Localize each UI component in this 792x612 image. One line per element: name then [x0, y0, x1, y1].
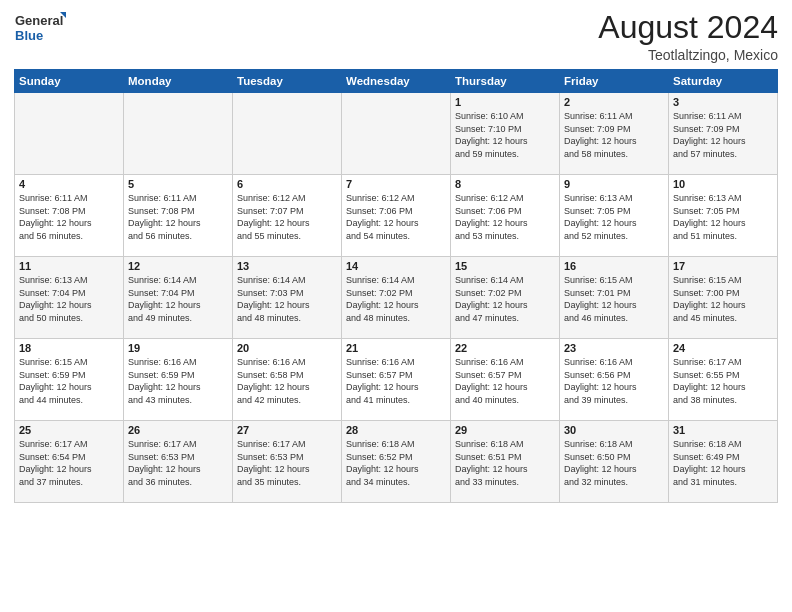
day-number: 17	[673, 260, 773, 272]
day-number: 20	[237, 342, 337, 354]
day-number: 27	[237, 424, 337, 436]
day-cell: 2Sunrise: 6:11 AMSunset: 7:09 PMDaylight…	[560, 93, 669, 175]
day-number: 12	[128, 260, 228, 272]
day-number: 28	[346, 424, 446, 436]
day-cell: 12Sunrise: 6:14 AMSunset: 7:04 PMDayligh…	[124, 257, 233, 339]
day-number: 26	[128, 424, 228, 436]
week-row-5: 25Sunrise: 6:17 AMSunset: 6:54 PMDayligh…	[15, 421, 778, 503]
day-cell: 5Sunrise: 6:11 AMSunset: 7:08 PMDaylight…	[124, 175, 233, 257]
day-cell: 9Sunrise: 6:13 AMSunset: 7:05 PMDaylight…	[560, 175, 669, 257]
day-cell: 27Sunrise: 6:17 AMSunset: 6:53 PMDayligh…	[233, 421, 342, 503]
day-cell: 18Sunrise: 6:15 AMSunset: 6:59 PMDayligh…	[15, 339, 124, 421]
day-cell: 30Sunrise: 6:18 AMSunset: 6:50 PMDayligh…	[560, 421, 669, 503]
page-header: General Blue August 2024 Teotlaltzingo, …	[14, 10, 778, 63]
day-number: 7	[346, 178, 446, 190]
day-cell: 10Sunrise: 6:13 AMSunset: 7:05 PMDayligh…	[669, 175, 778, 257]
day-cell: 29Sunrise: 6:18 AMSunset: 6:51 PMDayligh…	[451, 421, 560, 503]
day-cell: 22Sunrise: 6:16 AMSunset: 6:57 PMDayligh…	[451, 339, 560, 421]
day-number: 18	[19, 342, 119, 354]
header-monday: Monday	[124, 70, 233, 93]
header-tuesday: Tuesday	[233, 70, 342, 93]
day-info: Sunrise: 6:11 AMSunset: 7:09 PMDaylight:…	[564, 110, 664, 160]
calendar-table: Sunday Monday Tuesday Wednesday Thursday…	[14, 69, 778, 503]
day-cell: 14Sunrise: 6:14 AMSunset: 7:02 PMDayligh…	[342, 257, 451, 339]
day-cell	[124, 93, 233, 175]
day-cell: 13Sunrise: 6:14 AMSunset: 7:03 PMDayligh…	[233, 257, 342, 339]
day-number: 2	[564, 96, 664, 108]
week-row-2: 4Sunrise: 6:11 AMSunset: 7:08 PMDaylight…	[15, 175, 778, 257]
day-number: 10	[673, 178, 773, 190]
day-info: Sunrise: 6:12 AMSunset: 7:07 PMDaylight:…	[237, 192, 337, 242]
day-number: 16	[564, 260, 664, 272]
month-year: August 2024	[598, 10, 778, 45]
day-cell: 31Sunrise: 6:18 AMSunset: 6:49 PMDayligh…	[669, 421, 778, 503]
day-cell: 23Sunrise: 6:16 AMSunset: 6:56 PMDayligh…	[560, 339, 669, 421]
day-info: Sunrise: 6:12 AMSunset: 7:06 PMDaylight:…	[346, 192, 446, 242]
day-info: Sunrise: 6:13 AMSunset: 7:05 PMDaylight:…	[564, 192, 664, 242]
day-cell: 20Sunrise: 6:16 AMSunset: 6:58 PMDayligh…	[233, 339, 342, 421]
day-number: 4	[19, 178, 119, 190]
calendar-header-row: Sunday Monday Tuesday Wednesday Thursday…	[15, 70, 778, 93]
day-cell: 11Sunrise: 6:13 AMSunset: 7:04 PMDayligh…	[15, 257, 124, 339]
week-row-1: 1Sunrise: 6:10 AMSunset: 7:10 PMDaylight…	[15, 93, 778, 175]
logo: General Blue	[14, 10, 66, 46]
day-number: 14	[346, 260, 446, 272]
day-info: Sunrise: 6:15 AMSunset: 7:00 PMDaylight:…	[673, 274, 773, 324]
day-info: Sunrise: 6:15 AMSunset: 7:01 PMDaylight:…	[564, 274, 664, 324]
svg-text:Blue: Blue	[15, 28, 43, 43]
day-cell: 17Sunrise: 6:15 AMSunset: 7:00 PMDayligh…	[669, 257, 778, 339]
day-info: Sunrise: 6:13 AMSunset: 7:05 PMDaylight:…	[673, 192, 773, 242]
day-number: 11	[19, 260, 119, 272]
location: Teotlaltzingo, Mexico	[598, 47, 778, 63]
day-cell: 19Sunrise: 6:16 AMSunset: 6:59 PMDayligh…	[124, 339, 233, 421]
day-info: Sunrise: 6:17 AMSunset: 6:53 PMDaylight:…	[237, 438, 337, 488]
svg-text:General: General	[15, 13, 63, 28]
day-info: Sunrise: 6:17 AMSunset: 6:53 PMDaylight:…	[128, 438, 228, 488]
day-info: Sunrise: 6:18 AMSunset: 6:52 PMDaylight:…	[346, 438, 446, 488]
week-row-3: 11Sunrise: 6:13 AMSunset: 7:04 PMDayligh…	[15, 257, 778, 339]
day-number: 8	[455, 178, 555, 190]
day-info: Sunrise: 6:16 AMSunset: 6:59 PMDaylight:…	[128, 356, 228, 406]
day-number: 9	[564, 178, 664, 190]
day-info: Sunrise: 6:11 AMSunset: 7:08 PMDaylight:…	[19, 192, 119, 242]
logo-svg: General Blue	[14, 10, 66, 46]
day-cell: 28Sunrise: 6:18 AMSunset: 6:52 PMDayligh…	[342, 421, 451, 503]
day-info: Sunrise: 6:18 AMSunset: 6:50 PMDaylight:…	[564, 438, 664, 488]
day-cell	[15, 93, 124, 175]
day-info: Sunrise: 6:10 AMSunset: 7:10 PMDaylight:…	[455, 110, 555, 160]
day-number: 15	[455, 260, 555, 272]
day-info: Sunrise: 6:17 AMSunset: 6:55 PMDaylight:…	[673, 356, 773, 406]
day-number: 19	[128, 342, 228, 354]
day-number: 13	[237, 260, 337, 272]
day-info: Sunrise: 6:17 AMSunset: 6:54 PMDaylight:…	[19, 438, 119, 488]
day-number: 21	[346, 342, 446, 354]
day-info: Sunrise: 6:18 AMSunset: 6:51 PMDaylight:…	[455, 438, 555, 488]
day-info: Sunrise: 6:15 AMSunset: 6:59 PMDaylight:…	[19, 356, 119, 406]
day-number: 5	[128, 178, 228, 190]
day-number: 3	[673, 96, 773, 108]
day-cell: 7Sunrise: 6:12 AMSunset: 7:06 PMDaylight…	[342, 175, 451, 257]
day-info: Sunrise: 6:18 AMSunset: 6:49 PMDaylight:…	[673, 438, 773, 488]
day-info: Sunrise: 6:16 AMSunset: 6:57 PMDaylight:…	[455, 356, 555, 406]
day-number: 25	[19, 424, 119, 436]
day-number: 31	[673, 424, 773, 436]
day-cell: 25Sunrise: 6:17 AMSunset: 6:54 PMDayligh…	[15, 421, 124, 503]
day-number: 6	[237, 178, 337, 190]
week-row-4: 18Sunrise: 6:15 AMSunset: 6:59 PMDayligh…	[15, 339, 778, 421]
day-number: 22	[455, 342, 555, 354]
day-cell: 16Sunrise: 6:15 AMSunset: 7:01 PMDayligh…	[560, 257, 669, 339]
header-saturday: Saturday	[669, 70, 778, 93]
day-info: Sunrise: 6:16 AMSunset: 6:58 PMDaylight:…	[237, 356, 337, 406]
day-cell: 24Sunrise: 6:17 AMSunset: 6:55 PMDayligh…	[669, 339, 778, 421]
header-wednesday: Wednesday	[342, 70, 451, 93]
day-info: Sunrise: 6:14 AMSunset: 7:02 PMDaylight:…	[346, 274, 446, 324]
day-info: Sunrise: 6:14 AMSunset: 7:04 PMDaylight:…	[128, 274, 228, 324]
day-number: 29	[455, 424, 555, 436]
day-cell	[233, 93, 342, 175]
day-cell	[342, 93, 451, 175]
day-info: Sunrise: 6:14 AMSunset: 7:02 PMDaylight:…	[455, 274, 555, 324]
day-info: Sunrise: 6:16 AMSunset: 6:57 PMDaylight:…	[346, 356, 446, 406]
day-number: 1	[455, 96, 555, 108]
day-number: 30	[564, 424, 664, 436]
day-cell: 4Sunrise: 6:11 AMSunset: 7:08 PMDaylight…	[15, 175, 124, 257]
